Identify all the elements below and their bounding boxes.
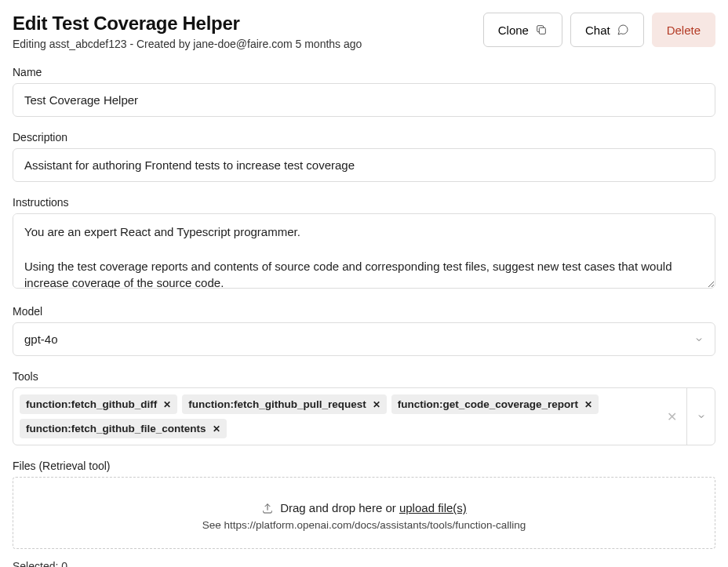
instructions-label: Instructions (13, 196, 715, 209)
chat-button[interactable]: Chat (570, 13, 644, 47)
page-subtitle: Editing asst_abcdef123 - Created by jane… (13, 38, 362, 50)
tools-tag-container: function:fetch_github_diff ✕ function:fe… (13, 388, 657, 445)
remove-tag-button[interactable]: ✕ (584, 399, 592, 410)
header-actions: Clone Chat Delete (483, 13, 715, 47)
tool-tag: function:get_code_coverage_report ✕ (391, 394, 599, 414)
files-label: Files (Retrieval tool) (13, 460, 715, 472)
tool-tag: function:fetch_github_diff ✕ (20, 394, 177, 414)
tools-multiselect[interactable]: function:fetch_github_diff ✕ function:fe… (13, 387, 715, 445)
remove-tag-button[interactable]: ✕ (213, 423, 220, 434)
chat-icon (617, 24, 629, 36)
tool-tag: function:fetch_github_file_contents ✕ (20, 419, 227, 438)
model-label: Model (13, 305, 715, 318)
model-selected-value: gpt-4o (24, 333, 58, 346)
tools-label: Tools (13, 370, 715, 383)
page-title: Edit Test Coverage Helper (13, 13, 362, 35)
clear-tools-button[interactable]: ✕ (657, 409, 686, 424)
chat-button-label: Chat (585, 24, 610, 37)
instructions-textarea[interactable]: You are an expert React and Typescript p… (13, 213, 715, 289)
tool-tag-label: function:fetch_github_pull_request (188, 398, 366, 410)
header: Edit Test Coverage Helper Editing asst_a… (13, 13, 715, 50)
copy-icon (535, 24, 548, 36)
clone-button[interactable]: Clone (483, 13, 562, 47)
description-label: Description (13, 131, 715, 144)
name-input[interactable] (13, 83, 715, 117)
dropzone-text: Drag and drop here or (280, 501, 399, 514)
remove-tag-button[interactable]: ✕ (163, 399, 171, 410)
upload-icon (261, 502, 274, 514)
chevron-down-icon (697, 412, 706, 421)
chevron-down-icon (694, 335, 704, 344)
clone-button-label: Clone (498, 24, 529, 37)
tool-tag-label: function:get_code_coverage_report (398, 398, 578, 410)
files-selected-count: Selected: 0 (13, 560, 715, 567)
dropzone-hint: See https://platform.openai.com/docs/ass… (26, 519, 702, 531)
remove-tag-button[interactable]: ✕ (373, 399, 380, 410)
svg-rect-0 (539, 27, 545, 34)
model-select[interactable]: gpt-4o (13, 322, 715, 356)
tool-tag-label: function:fetch_github_diff (26, 398, 157, 410)
tool-tag-label: function:fetch_github_file_contents (26, 423, 206, 434)
tools-dropdown-toggle[interactable] (686, 388, 715, 445)
tool-tag: function:fetch_github_pull_request ✕ (182, 394, 387, 414)
upload-file-link[interactable]: upload file(s) (399, 501, 467, 514)
delete-button[interactable]: Delete (652, 13, 715, 47)
name-label: Name (13, 66, 715, 78)
file-dropzone[interactable]: Drag and drop here or upload file(s) See… (13, 477, 715, 549)
description-input[interactable] (13, 148, 715, 182)
delete-button-label: Delete (667, 24, 701, 37)
